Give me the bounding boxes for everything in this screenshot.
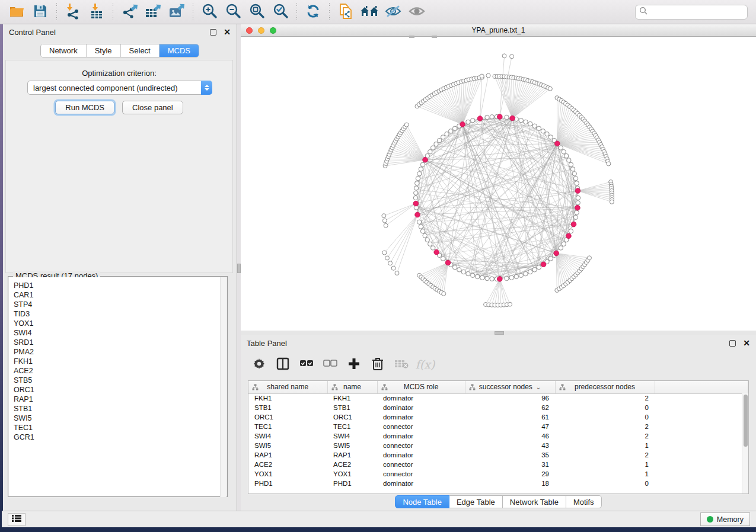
table-settings-button[interactable] — [250, 355, 268, 373]
tab-edge-table[interactable]: Edge Table — [449, 495, 503, 508]
deselect-all-rows-button[interactable] — [321, 355, 339, 373]
mcds-list-scrollbar[interactable] — [220, 277, 227, 497]
zoom-fit-icon — [248, 3, 265, 21]
network-canvas[interactable] — [241, 37, 756, 331]
zoom-selected-button[interactable] — [270, 2, 291, 21]
run-mcds-button[interactable]: Run MCDS — [55, 101, 114, 114]
close-panel-icon[interactable]: ✕ — [743, 340, 750, 347]
export-table-button[interactable] — [143, 2, 163, 21]
table-row[interactable]: RAP1RAP1dominator352 — [248, 450, 748, 460]
table-cell: FKH1 — [248, 393, 327, 403]
column-header-predecessor-nodes[interactable]: predecessor nodes — [555, 381, 655, 393]
function-builder-button[interactable]: f(x) — [416, 355, 434, 373]
tab-network[interactable]: Network — [41, 44, 87, 57]
first-neighbors-button[interactable] — [359, 2, 379, 21]
close-panel-button[interactable]: Close panel — [122, 101, 183, 114]
network-window-titlebar[interactable]: YPA_prune.txt_1 — [241, 24, 756, 37]
search-field[interactable] — [635, 5, 748, 20]
tab-mcds[interactable]: MCDS — [160, 44, 199, 57]
task-history-button[interactable] — [8, 513, 25, 526]
mcds-result-item[interactable]: STP4 — [14, 300, 227, 309]
table-row[interactable]: ORC1ORC1dominator610 — [248, 412, 748, 422]
table-cell: connector — [377, 441, 465, 450]
table-scrollbar[interactable] — [742, 393, 748, 493]
mcds-result-item[interactable]: PHD1 — [14, 281, 227, 290]
search-input[interactable] — [648, 8, 744, 16]
table-row[interactable]: YOX1YOX1connector291 — [248, 469, 748, 479]
zoom-out-button[interactable] — [223, 2, 243, 21]
table-cell: 2 — [555, 450, 655, 460]
table-row[interactable]: STB1STB1dominator620 — [248, 403, 748, 412]
mcds-result-item[interactable]: STB5 — [14, 376, 227, 385]
tab-motifs[interactable]: Motifs — [566, 495, 602, 508]
column-header-filler — [655, 381, 748, 393]
table-row[interactable]: FKH1FKH1dominator962 — [248, 393, 748, 403]
trash-icon — [372, 357, 384, 372]
open-file-button[interactable] — [7, 2, 27, 21]
clone-network-button[interactable] — [336, 2, 356, 21]
column-header-shared-name[interactable]: shared name — [248, 381, 327, 393]
mcds-result-item[interactable]: RAP1 — [14, 395, 227, 404]
export-network-button[interactable] — [119, 2, 139, 21]
splitter-handle[interactable] — [432, 36, 437, 38]
zoom-fit-button[interactable] — [247, 2, 267, 21]
criterion-dropdown[interactable]: largest connected component (undirected) — [27, 81, 212, 95]
mcds-result-item[interactable]: TEC1 — [14, 423, 227, 432]
column-header-name[interactable]: name — [327, 381, 377, 393]
table-row[interactable]: PHD1PHD1dominator180 — [248, 479, 748, 488]
tab-node-table[interactable]: Node Table — [395, 495, 449, 508]
import-network-button[interactable] — [63, 2, 83, 21]
mcds-result-item[interactable]: SRD1 — [14, 338, 227, 347]
select-all-rows-button[interactable] — [298, 355, 315, 373]
mcds-result-item[interactable]: STB1 — [14, 404, 227, 414]
tab-style[interactable]: Style — [87, 44, 121, 57]
horizontal-splitter[interactable] — [241, 331, 756, 335]
table-scrollbar-thumb[interactable] — [744, 395, 748, 447]
mcds-result-list[interactable]: PHD1CAR1STP4TID3YOX1SWI4SRD1PMA2FKH1ACE2… — [9, 277, 227, 496]
memory-button[interactable]: Memory — [700, 512, 750, 526]
mcds-result-item[interactable]: FKH1 — [14, 357, 227, 366]
float-panel-button[interactable] — [729, 340, 736, 347]
import-table-button[interactable] — [87, 2, 107, 21]
columns-icon — [276, 357, 289, 372]
table-cell: SWI5 — [327, 441, 377, 450]
tab-select[interactable]: Select — [121, 44, 160, 57]
mcds-result-item[interactable]: ACE2 — [14, 366, 227, 376]
mcds-result-item[interactable]: TID3 — [14, 309, 227, 319]
table-row[interactable]: ACE2ACE2connector311 — [248, 460, 748, 469]
close-panel-icon[interactable]: ✕ — [224, 29, 231, 36]
memory-label: Memory — [717, 515, 744, 524]
delete-table-button[interactable] — [393, 355, 410, 373]
table-cell: 61 — [465, 412, 555, 422]
float-panel-button[interactable] — [210, 29, 216, 36]
splitter-handle[interactable] — [409, 36, 414, 38]
mcds-result-item[interactable]: GCR1 — [14, 432, 227, 442]
mcds-result-item[interactable]: YOX1 — [14, 319, 227, 328]
table-cell: dominator — [377, 450, 465, 460]
splitter-handle[interactable] — [495, 331, 504, 335]
table-row[interactable]: TEC1TEC1connector472 — [248, 422, 748, 431]
table-row[interactable]: SWI5SWI5connector431 — [248, 441, 748, 450]
delete-column-button[interactable] — [369, 355, 387, 373]
refresh-button[interactable] — [303, 2, 323, 21]
table-cell: dominator — [377, 412, 465, 422]
mcds-result-item[interactable]: PMA2 — [14, 347, 227, 357]
network-graph[interactable] — [241, 37, 756, 331]
tab-network-table[interactable]: Network Table — [503, 495, 566, 508]
mcds-result-item[interactable]: ORC1 — [14, 385, 227, 395]
zoom-in-button[interactable] — [199, 2, 219, 21]
export-image-button[interactable] — [167, 2, 187, 21]
column-header-MCDS-role[interactable]: MCDS role — [377, 381, 465, 393]
show-columns-button[interactable] — [274, 355, 292, 373]
column-header-successor-nodes[interactable]: successor nodes⌄ — [465, 381, 555, 393]
table-row[interactable]: SWI4SWI4dominator462 — [248, 431, 748, 441]
create-column-button[interactable] — [345, 355, 363, 373]
hide-selected-button[interactable] — [383, 2, 403, 21]
save-session-button[interactable] — [30, 2, 50, 21]
mcds-result-item[interactable]: SWI4 — [14, 328, 227, 338]
mcds-result-item[interactable]: CAR1 — [14, 290, 227, 300]
toolbar-separator — [113, 3, 113, 21]
plus-icon — [348, 358, 360, 371]
show-all-button[interactable] — [407, 2, 427, 21]
mcds-result-item[interactable]: SWI5 — [14, 414, 227, 423]
